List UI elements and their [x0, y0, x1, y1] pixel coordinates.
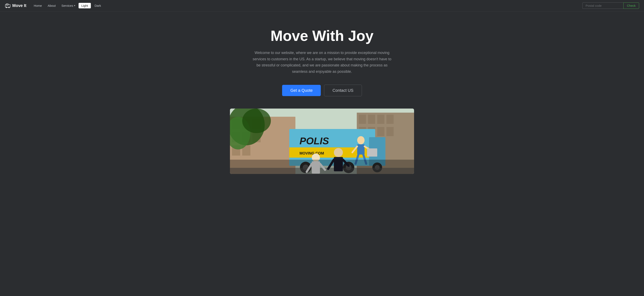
svg-text:POLIS: POLIS — [300, 136, 329, 146]
hero-title: Move With Joy — [270, 28, 373, 44]
main-content: Move With Joy Welcome to our website, wh… — [0, 0, 644, 182]
svg-point-52 — [334, 148, 343, 157]
navbar: Move It Home About Services ▾ Light Dark… — [0, 0, 644, 11]
services-chevron-icon: ▾ — [74, 4, 75, 7]
svg-rect-15 — [359, 115, 366, 124]
dark-mode-button[interactable]: Dark — [92, 3, 104, 8]
svg-rect-46 — [367, 148, 377, 157]
hero-section: Move With Joy Welcome to our website, wh… — [230, 11, 414, 109]
hero-image: POLIS MOVING.COM — [230, 109, 414, 174]
svg-point-28 — [242, 109, 271, 133]
contact-us-button[interactable]: Contact US — [324, 85, 362, 96]
hero-image-section: POLIS MOVING.COM — [0, 109, 644, 182]
svg-rect-22 — [386, 127, 394, 136]
svg-rect-21 — [377, 127, 384, 136]
hero-description: Welcome to our website, where we are on … — [252, 50, 392, 75]
svg-rect-16 — [368, 115, 375, 124]
nav-services[interactable]: Services ▾ — [59, 3, 78, 8]
svg-rect-41 — [357, 144, 364, 155]
svg-point-40 — [357, 136, 364, 144]
nav-home[interactable]: Home — [31, 3, 44, 8]
light-mode-button[interactable]: Light — [78, 3, 91, 8]
brand-logo[interactable]: Move It — [5, 3, 26, 8]
svg-rect-17 — [377, 115, 384, 124]
get-quote-button[interactable]: Get a Quote — [282, 85, 321, 96]
nav-about[interactable]: About — [45, 3, 58, 8]
navbar-right: Check — [582, 2, 639, 9]
svg-rect-56 — [230, 160, 414, 174]
nav-links: Home About Services ▾ Light Dark — [31, 3, 583, 8]
svg-rect-18 — [386, 115, 394, 124]
hero-buttons: Get a Quote Contact US — [282, 85, 362, 96]
move-it-icon — [5, 3, 11, 8]
svg-text:MOVING.COM: MOVING.COM — [300, 151, 324, 155]
moving-scene-svg: POLIS MOVING.COM — [230, 109, 414, 174]
postal-code-input[interactable] — [582, 2, 623, 9]
check-button[interactable]: Check — [623, 2, 639, 9]
brand-name: Move It — [12, 3, 26, 8]
